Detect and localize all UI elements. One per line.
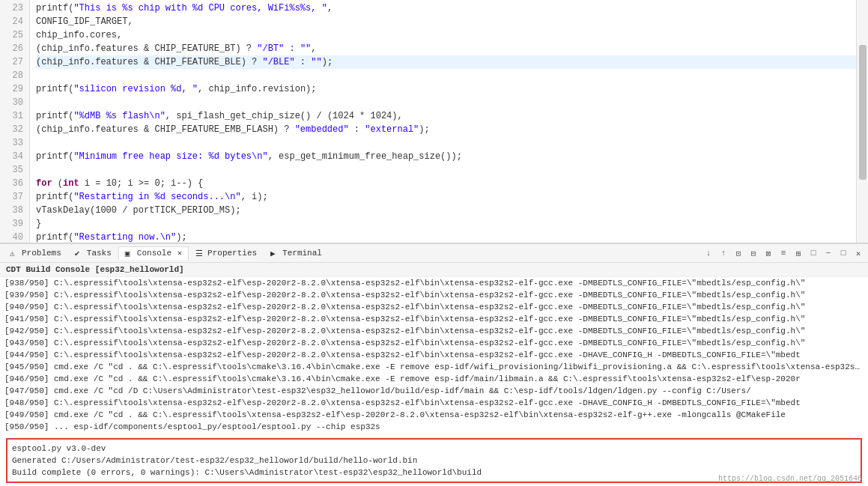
line-number: 38 [6, 204, 23, 217]
code-line: (chip_info.features & CHIP_FEATURE_BT) ?… [36, 42, 856, 55]
line-number: 39 [6, 217, 23, 231]
console-line: [943/950] C:\.espressif\tools\xtensa-esp… [0, 337, 868, 349]
btn5-button[interactable]: ⊠ [762, 246, 775, 260]
line-number: 25 [6, 28, 23, 42]
code-line: CONFIG_IDF_TARGET, [36, 15, 856, 28]
code-line [36, 69, 856, 82]
line-number: 40 [6, 231, 23, 243]
tab-tasks[interactable]: ✔Tasks [68, 246, 118, 260]
line-number: 33 [6, 136, 23, 150]
console-line: [944/950] C:\.espressif\tools\xtensa-esp… [0, 349, 868, 361]
btn8-button[interactable]: □ [807, 246, 820, 260]
success-line: esptool.py v3.0-dev [12, 443, 856, 455]
code-line: printf("silicon revision %d, ", chip_inf… [36, 82, 856, 96]
code-line: } [36, 217, 856, 231]
line-number: 30 [6, 96, 23, 109]
code-line: vTaskDelay(1000 / portTICK_PERIOD_MS); [36, 204, 856, 217]
console-close-icon[interactable]: ✕ [177, 249, 182, 258]
code-line: printf("Minimum free heap size: %d bytes… [36, 150, 856, 163]
line-number: 23 [6, 1, 23, 15]
console-line: [938/950] C:\.espressif\tools\xtensa-esp… [0, 277, 868, 289]
panel-footer: esptool.py v3.0-devGenerated C:/Users/Ad… [0, 435, 868, 486]
scroll-thumb[interactable] [859, 45, 867, 180]
console-line: [948/950] C:\.espressif\tools\xtensa-esp… [0, 397, 868, 409]
code-line [36, 96, 856, 109]
console-icon: ▣ [125, 249, 134, 258]
line-number: 36 [6, 177, 23, 190]
code-line: (chip_info.features & CHIP_FEATURE_BLE) … [36, 55, 856, 69]
tab-label-problems: Problems [22, 249, 61, 258]
line-number: 26 [6, 42, 23, 55]
tab-console[interactable]: ▣Console✕ [118, 246, 189, 260]
line-number: 35 [6, 163, 23, 177]
console-line: [945/950] cmd.exe /C "cd . && C:\.espres… [0, 361, 868, 373]
tab-terminal[interactable]: ▶Terminal [264, 246, 329, 260]
console-line: [949/950] cmd.exe /C "cd . && C:\.espres… [0, 409, 868, 421]
console-header: CDT Build Console [esp32_helloworld] [0, 263, 868, 277]
success-line: Generated C:/Users/Administrator/test-es… [12, 455, 856, 467]
console-line: [947/950] cmd.exe /C "cd /D C:\Users\Adm… [0, 385, 868, 397]
tasks-icon: ✔ [75, 249, 84, 258]
btn6-button[interactable]: ≡ [777, 246, 790, 260]
line-number: 28 [6, 69, 23, 82]
line-number: 27 [6, 55, 23, 69]
line-numbers: 2324252627282930313233343536373839404142… [0, 0, 30, 243]
tabs-bar: ⚠Problems✔Tasks▣Console✕☰Properties▶Term… [0, 243, 868, 263]
line-number: 24 [6, 15, 23, 28]
tab-label-console: Console [137, 249, 172, 258]
tabs-toolbar: ↓↑⊡⊟⊠≡⊞□−□✕ [702, 246, 865, 260]
minimize-button[interactable]: − [822, 246, 835, 260]
code-line [36, 136, 856, 150]
line-number: 32 [6, 123, 23, 136]
horizontal-scrollbar[interactable] [0, 243, 868, 243]
watermark: https://blog.csdn.net/qq_2051646 [718, 475, 862, 483]
code-editor: 2324252627282930313233343536373839404142… [0, 0, 868, 243]
maximize-button[interactable]: □ [837, 246, 850, 260]
btn4-button[interactable]: ⊟ [747, 246, 760, 260]
scroll-up-button[interactable]: ↑ [717, 246, 730, 260]
code-line: chip_info.cores, [36, 28, 856, 42]
tab-label-terminal: Terminal [282, 249, 322, 258]
properties-icon: ☰ [195, 249, 204, 258]
terminal-icon: ▶ [270, 249, 279, 258]
close-button[interactable]: ✕ [852, 246, 865, 260]
console-line: [939/950] C:\.espressif\tools\xtensa-esp… [0, 289, 868, 301]
line-number: 37 [6, 190, 23, 204]
code-line: printf("%dMB %s flash\n", spi_flash_get_… [36, 109, 856, 123]
console-line: [946/950] cmd.exe /C "cd . && C:\.espres… [0, 373, 868, 385]
tab-problems[interactable]: ⚠Problems [3, 246, 68, 260]
code-line: printf("Restarting now.\n"); [36, 231, 856, 243]
vertical-scrollbar[interactable] [856, 0, 868, 243]
tab-properties[interactable]: ☰Properties [189, 246, 264, 260]
line-number: 29 [6, 82, 23, 96]
code-line [36, 163, 856, 177]
btn3-button[interactable]: ⊡ [732, 246, 745, 260]
line-number: 31 [6, 109, 23, 123]
problems-icon: ⚠ [10, 249, 19, 258]
console-line: [940/950] C:\.espressif\tools\xtensa-esp… [0, 301, 868, 313]
code-line: for (int i = 10; i >= 0; i--) { [36, 177, 856, 190]
code-line: printf("This is %s chip with %d CPU core… [36, 1, 856, 15]
console-output[interactable]: [938/950] C:\.espressif\tools\xtensa-esp… [0, 277, 868, 435]
tab-label-properties: Properties [207, 249, 257, 258]
console-line: [941/950] C:\.espressif\tools\xtensa-esp… [0, 313, 868, 325]
code-line: (chip_info.features & CHIP_FEATURE_EMB_F… [36, 123, 856, 136]
console-line: [942/950] C:\.espressif\tools\xtensa-esp… [0, 325, 868, 337]
code-lines[interactable]: printf("This is %s chip with %d CPU core… [30, 0, 856, 243]
panel-area: ⚠Problems✔Tasks▣Console✕☰Properties▶Term… [0, 243, 868, 486]
console-line: [950/950] ... esp-idf/components/esptool… [0, 421, 868, 433]
btn7-button[interactable]: ⊞ [792, 246, 805, 260]
scroll-down-button[interactable]: ↓ [702, 246, 715, 260]
code-line: printf("Restarting in %d seconds...\n", … [36, 190, 856, 204]
tab-label-tasks: Tasks [87, 249, 112, 258]
line-number: 34 [6, 150, 23, 163]
